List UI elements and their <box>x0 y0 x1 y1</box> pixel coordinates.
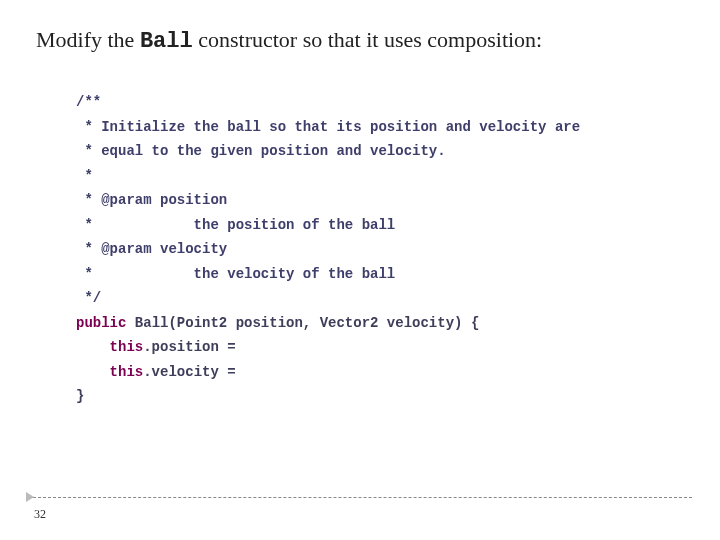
code-indent <box>76 364 110 380</box>
code-line: .velocity = <box>143 364 244 380</box>
code-line: .position = <box>143 339 244 355</box>
code-indent <box>76 339 110 355</box>
code-line: * the velocity of the ball <box>76 266 395 282</box>
title-mono-word: Ball <box>140 29 193 54</box>
code-line: /** <box>76 94 101 110</box>
code-line: Ball(Point2 position, Vector2 velocity) … <box>126 315 479 331</box>
footer-divider <box>28 497 692 498</box>
code-keyword: this <box>110 339 144 355</box>
code-block: /** * Initialize the ball so that its po… <box>76 90 580 409</box>
code-line: * equal to the given position and veloci… <box>76 143 446 159</box>
title-text-pre: Modify the <box>36 27 140 52</box>
code-line: } <box>76 388 84 404</box>
arrow-icon <box>26 492 34 502</box>
code-line: * @param velocity <box>76 241 227 257</box>
code-keyword: public <box>76 315 126 331</box>
code-line: * @param position <box>76 192 227 208</box>
code-line: * the position of the ball <box>76 217 395 233</box>
code-line: * Initialize the ball so that its positi… <box>76 119 580 135</box>
slide-number: 32 <box>34 507 46 522</box>
code-line: */ <box>76 290 101 306</box>
slide-title: Modify the Ball constructor so that it u… <box>36 26 690 57</box>
code-line: * <box>76 168 93 184</box>
title-text-post: constructor so that it uses composition: <box>193 27 543 52</box>
slide: Modify the Ball constructor so that it u… <box>0 0 720 540</box>
code-keyword: this <box>110 364 144 380</box>
